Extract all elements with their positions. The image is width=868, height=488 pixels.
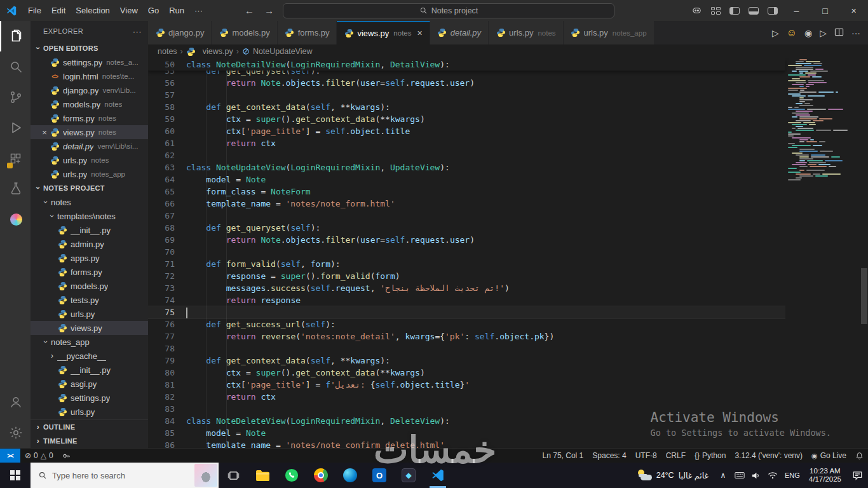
code-line-79[interactable]: 79 def get_context_data(self, **kwargs): — [148, 355, 785, 367]
menu-item-go[interactable]: Go — [143, 0, 164, 21]
tree-folder-notes_app[interactable]: ›notes_app — [31, 335, 148, 349]
forward-arrow-icon[interactable]: → — [264, 5, 274, 16]
toggle-sidebar-icon[interactable] — [725, 7, 744, 15]
indentation[interactable]: Spaces: 4 — [588, 449, 630, 463]
open-editor-forms.py[interactable]: ×forms.pynotes — [31, 111, 148, 125]
close-icon[interactable]: × — [39, 128, 50, 137]
edge-browser-icon[interactable] — [336, 463, 365, 488]
sticky-scroll[interactable]: 50class NoteDetailView(LoginRequiredMixi… — [148, 58, 785, 71]
customize-layout-icon[interactable] — [706, 7, 725, 15]
command-center-search[interactable]: Notes project — [283, 3, 614, 18]
problems-indicator[interactable]: ⊘ 0 △ 0 — [20, 449, 58, 463]
search-highlight-image[interactable] — [194, 464, 217, 487]
action-center-icon[interactable] — [846, 470, 868, 481]
minimap[interactable] — [788, 58, 859, 448]
code-area[interactable]: 55 def get_queryset(self):56 return Note… — [148, 58, 785, 448]
code-line-73[interactable]: 73 messages.success(self.request, 'تم تح… — [148, 282, 785, 294]
app-icon[interactable]: ◆ — [394, 463, 423, 488]
python-interpreter[interactable]: 3.12.4 ('venv': venv) — [730, 449, 807, 463]
code-line-76[interactable]: 76 def get_success_url(self): — [148, 318, 785, 330]
close-icon[interactable]: × — [417, 28, 422, 38]
open-editor-views.py[interactable]: ×views.pynotes — [31, 125, 148, 139]
source-control-icon[interactable] — [0, 82, 31, 112]
code-line-56[interactable]: 56 return Note.objects.filter(user=self.… — [148, 77, 785, 89]
eol-sequence[interactable]: CRLF — [661, 449, 690, 463]
menu-item-view[interactable]: View — [115, 0, 143, 21]
project-section-header[interactable]: › NOTES PROJECT — [31, 181, 148, 195]
open-editor-urls.py[interactable]: ×urls.pynotes — [31, 153, 148, 167]
outlook-icon[interactable]: O — [365, 463, 394, 488]
encoding[interactable]: UTF-8 — [631, 449, 661, 463]
code-line-67[interactable]: 67 — [148, 210, 785, 222]
code-line-64[interactable]: 64 model = Note — [148, 173, 785, 186]
tree-item-settings.py[interactable]: ›settings.py — [31, 391, 148, 405]
tab-models.py[interactable]: models.py — [212, 21, 277, 44]
code-line-78[interactable]: 78 — [148, 342, 785, 355]
open-editor-models.py[interactable]: ×models.pynotes — [31, 97, 148, 111]
code-line-69[interactable]: 69 return Note.objects.filter(user=self.… — [148, 234, 785, 246]
code-line-77[interactable]: 77 return reverse('notes:note_detail', k… — [148, 330, 785, 342]
copilot-icon[interactable] — [687, 6, 706, 15]
addon-extension-icon[interactable] — [0, 204, 31, 234]
breadcrumb-item-NoteUpdateView[interactable]: NoteUpdateView — [253, 47, 313, 56]
tree-item-asgi.py[interactable]: ›asgi.py — [31, 377, 148, 391]
tab-forms.py[interactable]: forms.py — [278, 21, 337, 44]
status-tool-icon[interactable] — [58, 449, 75, 463]
testing-icon[interactable] — [0, 173, 31, 204]
more-actions-icon[interactable]: ··· — [133, 27, 142, 36]
settings-gear-icon[interactable] — [0, 417, 31, 448]
tree-item-__init__.py[interactable]: ›__init__.py — [31, 223, 148, 237]
code-line-81[interactable]: 81 ctx['page_title'] = f'تعديل: {self.ob… — [148, 379, 785, 391]
code-line-82[interactable]: 82 return ctx — [148, 391, 785, 403]
tab-urls.py[interactable]: urls.pynotes — [489, 21, 563, 44]
file-explorer-icon[interactable] — [248, 463, 277, 488]
tab-urls.py[interactable]: urls.pynotes_app — [564, 21, 654, 44]
code-line-63[interactable]: 63class NoteUpdateView(LoginRequiredMixi… — [148, 161, 785, 173]
go-live-button[interactable]: ◉ Go Live — [807, 449, 851, 463]
search-view-icon[interactable] — [0, 51, 31, 82]
tree-item-forms.py[interactable]: ›forms.py — [31, 265, 148, 279]
menu-item-edit[interactable]: Edit — [46, 0, 71, 21]
code-line-66[interactable]: 66 template_name = 'notes/note_form.html… — [148, 198, 785, 210]
open-editor-django.py[interactable]: ×django.pyvenv\Lib... — [31, 83, 148, 97]
network-icon[interactable] — [764, 471, 781, 479]
tree-item-urls.py[interactable]: ›urls.py — [31, 307, 148, 321]
code-line-61[interactable]: 61 return ctx — [148, 137, 785, 149]
vscode-taskbar-icon[interactable] — [423, 463, 452, 488]
notifications-bell-icon[interactable] — [851, 449, 868, 463]
tree-folder-templates\notes[interactable]: ›templates\notes — [31, 209, 148, 223]
tab-django.py[interactable]: django.py — [148, 21, 212, 44]
open-editor-settings.py[interactable]: ×settings.pynotes_a... — [31, 55, 148, 69]
tree-item-views.py[interactable]: ›views.py — [31, 321, 148, 335]
task-view-button[interactable] — [219, 463, 248, 488]
minimize-button[interactable]: – — [782, 0, 811, 21]
menu-item-selection[interactable]: Selection — [71, 0, 114, 21]
split-editor-icon[interactable] — [834, 27, 844, 39]
toggle-secondary-sidebar-icon[interactable] — [763, 7, 782, 15]
code-line-72[interactable]: 72 response = super().form_valid(form) — [148, 270, 785, 282]
code-editor[interactable]: 55 def get_queryset(self):56 return Note… — [148, 58, 868, 448]
close-window-button[interactable]: × — [839, 0, 868, 21]
sticky-line[interactable]: 50class NoteDetailView(LoginRequiredMixi… — [148, 58, 785, 71]
more-actions-icon[interactable]: ··· — [851, 28, 860, 38]
play-icon[interactable]: ▷ — [820, 28, 827, 38]
explorer-icon[interactable] — [0, 21, 31, 51]
whatsapp-icon[interactable] — [277, 463, 306, 488]
open-editors-header[interactable]: › OPEN EDITORS — [31, 41, 148, 55]
tree-item-tests.py[interactable]: ›tests.py — [31, 293, 148, 307]
volume-icon[interactable] — [748, 471, 764, 480]
menu-item-file[interactable]: File — [23, 0, 46, 21]
tab-detail.py[interactable]: detail.py — [430, 21, 489, 44]
cursor-position[interactable]: Ln 75, Col 1 — [538, 449, 588, 463]
code-line-75[interactable]: 75 — [148, 306, 785, 318]
code-line-59[interactable]: 59 ctx = super().get_context_data(**kwar… — [148, 113, 785, 125]
code-line-57[interactable]: 57 — [148, 89, 785, 101]
tree-item-urls.py[interactable]: ›urls.py — [31, 405, 148, 419]
back-arrow-icon[interactable]: ← — [245, 5, 254, 16]
remote-indicator[interactable]: >< — [0, 449, 20, 463]
code-line-86[interactable]: 86 template_name = 'notes/note_confirm_d… — [148, 439, 785, 448]
weather-widget[interactable]: 24°C غائم غالبا — [630, 469, 715, 482]
code-line-58[interactable]: 58 def get_context_data(self, **kwargs): — [148, 101, 785, 113]
breadcrumb-item-notes[interactable]: notes — [158, 47, 177, 56]
taskbar-search[interactable]: Type here to search — [31, 463, 219, 488]
